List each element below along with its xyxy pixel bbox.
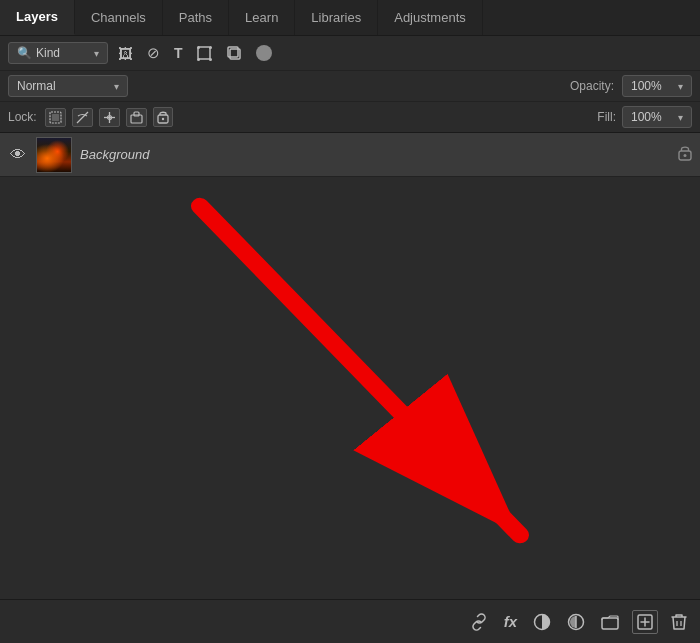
bottom-toolbar: fx bbox=[0, 599, 700, 643]
lock-label: Lock: bbox=[8, 110, 37, 124]
kind-chevron-icon: ▾ bbox=[94, 48, 99, 59]
layer-name: Background bbox=[80, 147, 670, 162]
svg-rect-14 bbox=[134, 112, 139, 116]
svg-point-18 bbox=[684, 154, 687, 157]
blend-mode-chevron-icon: ▾ bbox=[114, 81, 119, 92]
tab-channels-label: Channels bbox=[91, 10, 146, 25]
opacity-chevron-icon: ▾ bbox=[678, 81, 683, 92]
image-icon[interactable]: 🖼 bbox=[114, 43, 137, 64]
fill-chevron-icon: ▾ bbox=[678, 112, 683, 123]
lock-position-button[interactable] bbox=[99, 108, 120, 127]
fx-button[interactable]: fx bbox=[501, 610, 520, 633]
tab-adjustments[interactable]: Adjustments bbox=[378, 0, 483, 35]
layer-visibility-toggle[interactable]: 👁 bbox=[8, 146, 28, 164]
fill-dropdown[interactable]: 100% ▾ bbox=[622, 106, 692, 128]
kind-dropdown[interactable]: 🔍 Kind ▾ bbox=[8, 42, 108, 64]
new-layer-button[interactable] bbox=[632, 610, 658, 634]
svg-line-20 bbox=[200, 206, 520, 535]
svg-rect-24 bbox=[602, 618, 618, 629]
tab-learn[interactable]: Learn bbox=[229, 0, 295, 35]
add-mask-button[interactable] bbox=[530, 610, 554, 634]
tab-libraries-label: Libraries bbox=[311, 10, 361, 25]
svg-point-2 bbox=[209, 46, 212, 49]
lock-pixels-button[interactable] bbox=[45, 108, 66, 127]
fill-value: 100% bbox=[631, 110, 662, 124]
tab-paths-label: Paths bbox=[179, 10, 212, 25]
stamp-icon[interactable] bbox=[222, 43, 246, 63]
main-content: 🔍 Kind ▾ 🖼 ⊘ T Norma bbox=[0, 36, 700, 643]
svg-point-4 bbox=[209, 58, 212, 61]
tab-layers[interactable]: Layers bbox=[0, 0, 75, 35]
toolbar-row-1: 🔍 Kind ▾ 🖼 ⊘ T bbox=[0, 36, 700, 71]
transform-icon[interactable] bbox=[193, 44, 216, 63]
lock-image-button[interactable] bbox=[72, 108, 93, 127]
type-icon[interactable]: T bbox=[170, 43, 187, 63]
circle-gray-icon bbox=[252, 43, 276, 63]
tab-layers-label: Layers bbox=[16, 9, 58, 24]
arrow-overlay bbox=[0, 133, 700, 599]
layers-area: 👁 Background bbox=[0, 133, 700, 599]
add-adjustment-button[interactable] bbox=[564, 610, 588, 634]
layer-item-background[interactable]: 👁 Background bbox=[0, 133, 700, 177]
tab-paths[interactable]: Paths bbox=[163, 0, 229, 35]
lock-artboard-button[interactable] bbox=[126, 108, 147, 127]
fill-label: Fill: bbox=[597, 110, 616, 124]
toolbar-row-3: Lock: bbox=[0, 102, 700, 133]
tab-channels[interactable]: Channels bbox=[75, 0, 163, 35]
tab-adjustments-label: Adjustments bbox=[394, 10, 466, 25]
svg-point-3 bbox=[197, 58, 200, 61]
opacity-dropdown[interactable]: 100% ▾ bbox=[622, 75, 692, 97]
svg-line-9 bbox=[77, 112, 88, 123]
svg-point-16 bbox=[161, 118, 163, 120]
tab-bar: Layers Channels Paths Learn Libraries Ad… bbox=[0, 0, 700, 36]
tab-learn-label: Learn bbox=[245, 10, 278, 25]
delete-layer-button[interactable] bbox=[668, 610, 690, 634]
kind-label: Kind bbox=[36, 46, 60, 60]
svg-rect-8 bbox=[52, 114, 59, 121]
blend-mode-dropdown[interactable]: Normal ▾ bbox=[8, 75, 128, 97]
layer-lock-icon bbox=[678, 145, 692, 164]
tab-libraries[interactable]: Libraries bbox=[295, 0, 378, 35]
lock-all-button[interactable] bbox=[153, 107, 173, 127]
opacity-label: Opacity: bbox=[570, 79, 614, 93]
svg-rect-0 bbox=[198, 47, 210, 59]
new-group-button[interactable] bbox=[598, 611, 622, 633]
layer-thumbnail bbox=[36, 137, 72, 173]
circle-half-icon[interactable]: ⊘ bbox=[143, 42, 164, 64]
toolbar-row-2: Normal ▾ Opacity: 100% ▾ bbox=[0, 71, 700, 102]
link-layers-button[interactable] bbox=[467, 610, 491, 634]
blend-mode-label: Normal bbox=[17, 79, 56, 93]
layer-thumb-inner bbox=[37, 138, 71, 172]
opacity-value: 100% bbox=[631, 79, 662, 93]
search-icon: 🔍 bbox=[17, 46, 32, 60]
svg-point-1 bbox=[197, 46, 200, 49]
